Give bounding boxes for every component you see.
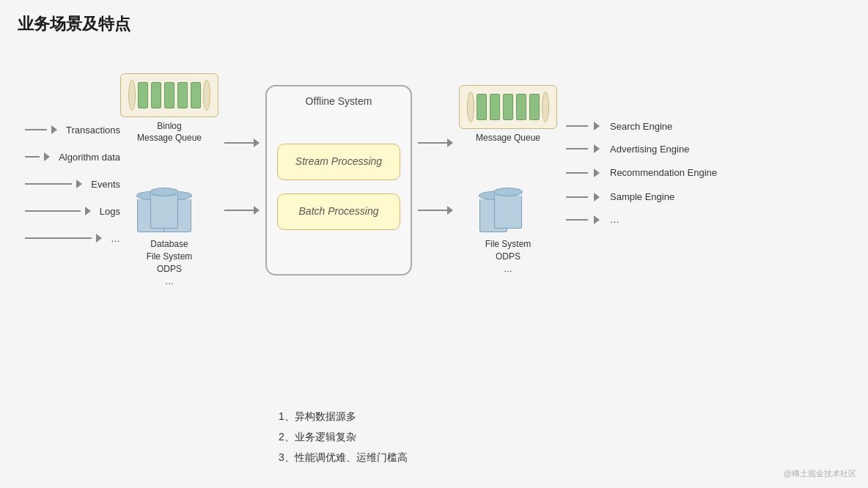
database: Database File System ODPS … — [136, 174, 202, 287]
note-2: 2、业务逻辑复杂 — [279, 426, 408, 447]
input-events: Events — [25, 179, 120, 190]
output-mq-icon — [459, 85, 557, 129]
input-sources: Transactions Algorithm data Events Logs — [25, 117, 120, 244]
page-title: 业务场景及特点 — [18, 13, 850, 35]
page: 业务场景及特点 Transactions Algorithm data Even… — [0, 0, 868, 488]
arrow-3 — [418, 138, 453, 147]
output-sample: Sample Engine — [566, 191, 717, 202]
db-icon — [136, 174, 202, 232]
arrow-2 — [224, 206, 260, 215]
diagram: Transactions Algorithm data Events Logs — [25, 48, 850, 312]
output-section: Search Engine Advertising Engine Recomme… — [566, 63, 717, 283]
output-search: Search Engine — [566, 121, 717, 132]
output-recommendation: Recommendation Engine — [566, 166, 717, 180]
input-algorithm: Algorithm data — [25, 152, 120, 163]
watermark: @稀土掘金技术社区 — [784, 468, 856, 479]
left-components: Binlog Message Queue — [120, 73, 218, 288]
arrow-1 — [224, 138, 260, 147]
left-arrows — [224, 138, 260, 215]
binlog-mq: Binlog Message Queue — [120, 73, 218, 145]
batch-processing: Batch Processing — [277, 193, 400, 230]
bottom-notes: 1、异构数据源多 2、业务逻辑复杂 3、性能调优难、运维门槛高 — [279, 406, 408, 467]
right-arrows — [418, 138, 453, 215]
note-1: 1、异构数据源多 — [279, 406, 408, 426]
offline-system: Offline System Stream Processing Batch P… — [265, 85, 412, 276]
stream-processing: Stream Processing — [277, 144, 400, 180]
right-components: Message Queue File System ODPS … — [459, 85, 557, 275]
arrow-4 — [418, 206, 453, 215]
file-system: File System ODPS … — [479, 174, 537, 275]
output-advertising: Advertising Engine — [566, 144, 717, 155]
output-mq: Message Queue — [459, 85, 557, 144]
input-logs: Logs — [25, 206, 120, 217]
output-etc: … — [566, 214, 717, 225]
input-etc: … — [25, 233, 120, 244]
note-3: 3、性能调优难、运维门槛高 — [279, 447, 408, 467]
input-transactions: Transactions — [25, 125, 120, 136]
fs-icon — [479, 174, 537, 232]
mq-icon — [120, 73, 218, 117]
